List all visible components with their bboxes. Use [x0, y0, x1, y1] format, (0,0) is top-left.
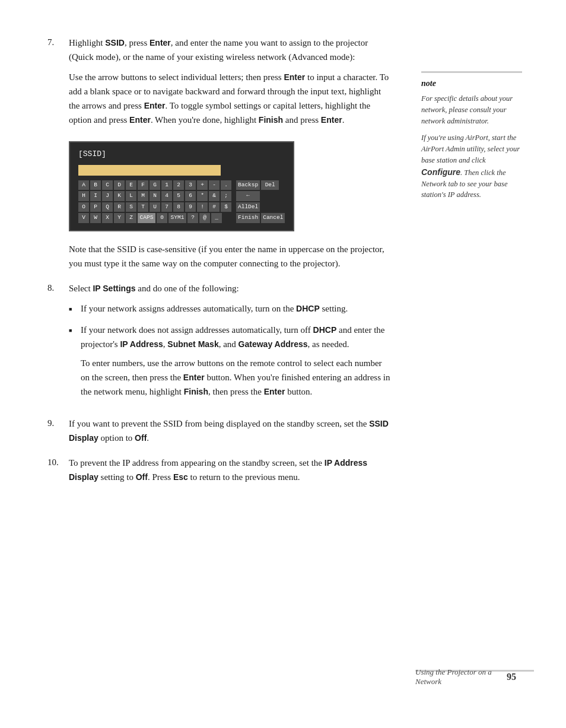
key-0: 0: [157, 213, 167, 222]
key-E: E: [126, 180, 136, 190]
bullet-8-2-sub: To enter numbers, use the arrow buttons …: [81, 356, 392, 399]
kb-row-2: H I J K L M N 4 5 6 * &: [78, 191, 231, 201]
ip-settings-label: IP Settings: [93, 284, 135, 293]
key-N: N: [150, 191, 160, 201]
key-S: S: [126, 202, 136, 212]
finish-label-1: Finish: [259, 115, 283, 125]
key-A: A: [78, 180, 89, 190]
footer-page-num: 95: [507, 672, 516, 682]
key-8: 8: [173, 202, 184, 212]
key-underscore: _: [211, 213, 222, 222]
key-plus: +: [197, 180, 208, 190]
key-5: 5: [173, 191, 184, 201]
finish-label-2: Finish: [184, 387, 208, 396]
key-alldel: AllDel: [236, 202, 260, 212]
key-7: 7: [161, 202, 172, 212]
step-10-content: To prevent the IP address from appearing…: [69, 456, 392, 484]
step-8-number: 8.: [47, 281, 69, 406]
key-hash: #: [209, 202, 220, 212]
key-3: 3: [185, 180, 196, 190]
key-9: 9: [185, 202, 196, 212]
enter-label-3: Enter: [144, 101, 166, 110]
key-L: L: [126, 191, 136, 201]
key-H: H: [78, 191, 89, 201]
key-finish: Finish: [236, 213, 260, 222]
kb-main-keys: A B C D E F G 1 2 3 + -: [78, 180, 231, 222]
note-title: note: [421, 79, 522, 88]
kb-right-row-1: Backsp Del: [236, 180, 285, 190]
key-T: T: [138, 202, 148, 212]
key-4: 4: [161, 191, 172, 201]
key-C: C: [102, 180, 113, 190]
bullet-icon-2: ■: [69, 323, 81, 399]
key-excl: !: [197, 202, 208, 212]
step-9-content: If you want to prevent the SSID from bei…: [69, 417, 392, 445]
key-SYM1: SYM1: [168, 213, 186, 222]
ssid-display-label: SSID Display: [69, 419, 389, 443]
kb-row-3: O P Q R S T U 7 8 9 ! #: [78, 202, 231, 212]
key-P: P: [90, 202, 101, 212]
bullet-8-2-text: If your network does not assign addresse…: [81, 323, 392, 351]
key-at: @: [199, 213, 210, 222]
key-2: 2: [173, 180, 184, 190]
step-8-content: Select IP Settings and do one of the fol…: [69, 281, 392, 406]
key-G: G: [150, 180, 160, 190]
enter-label-6: Enter: [183, 373, 205, 382]
key-I: I: [90, 191, 101, 201]
step-7: 7. Highlight SSID, press Enter, and ente…: [47, 36, 392, 271]
key-Y: Y: [114, 213, 125, 222]
kb-right-row-2: ←: [236, 191, 285, 201]
key-R: R: [114, 202, 125, 212]
ip-address-display-label: IP Address Display: [69, 458, 367, 482]
ip-address-label: IP Address: [120, 339, 163, 349]
key-D: D: [114, 180, 125, 190]
off-label-2: Off: [136, 472, 148, 482]
key-question: ?: [187, 213, 198, 222]
key-left-arrow: ←: [236, 191, 260, 201]
key-B: B: [90, 180, 101, 190]
keyboard-box: [SSID] A B C D E F G: [69, 141, 294, 231]
key-asterisk: *: [197, 191, 208, 201]
enter-label-2: Enter: [284, 72, 305, 82]
note-box: note For specific details about your net…: [421, 71, 522, 201]
step-9-text: If you want to prevent the SSID from bei…: [69, 417, 392, 445]
bullet-8-1-content: If your network assigns addresses automa…: [81, 301, 392, 316]
key-dot: .: [221, 180, 231, 190]
step-9-number: 9.: [47, 417, 69, 445]
key-J: J: [102, 191, 113, 201]
key-dollar: $: [221, 202, 231, 212]
note-para-2: If you're using AirPort, start the AirPo…: [421, 132, 522, 201]
step-7-intro: Highlight SSID, press Enter, and enter t…: [69, 36, 392, 64]
kb-right-group: Backsp Del ← AllDel Finish Can: [236, 180, 285, 222]
gateway-label: Gateway Address: [239, 339, 308, 349]
sidebar: note For specific details about your net…: [415, 24, 534, 704]
step-10-number: 10.: [47, 456, 69, 484]
bullet-list-8: ■ If your network assigns addresses auto…: [69, 301, 392, 399]
page-container: 7. Highlight SSID, press Enter, and ente…: [0, 0, 566, 728]
ssid-label: SSID: [105, 38, 125, 47]
step-8: 8. Select IP Settings and do one of the …: [47, 281, 392, 406]
kb-right-row-3: AllDel: [236, 202, 285, 212]
key-6: 6: [185, 191, 196, 201]
bullet-8-1: ■ If your network assigns addresses auto…: [69, 301, 392, 316]
kb-title: [SSID]: [78, 148, 285, 160]
key-O: O: [78, 202, 89, 212]
kb-right-row-4: Finish Cancel: [236, 213, 285, 222]
key-U: U: [150, 202, 160, 212]
key-del: Del: [261, 180, 279, 190]
key-K: K: [114, 191, 125, 201]
enter-label-4: Enter: [129, 115, 151, 125]
step-9: 9. If you want to prevent the SSID from …: [47, 417, 392, 445]
key-backsp: Backsp: [236, 180, 260, 190]
key-CAPS: CAPS: [138, 213, 155, 222]
key-1: 1: [161, 180, 172, 190]
key-cancel: Cancel: [261, 213, 285, 222]
enter-label-5: Enter: [321, 115, 342, 125]
kb-row-1: A B C D E F G 1 2 3 + -: [78, 180, 231, 190]
step-7-detail: Use the arrow buttons to select individu…: [69, 70, 392, 127]
bullet-icon-1: ■: [69, 301, 81, 316]
enter-label-1: Enter: [150, 38, 171, 47]
key-F: F: [138, 180, 148, 190]
key-V: V: [78, 213, 89, 222]
off-label-1: Off: [135, 433, 147, 443]
